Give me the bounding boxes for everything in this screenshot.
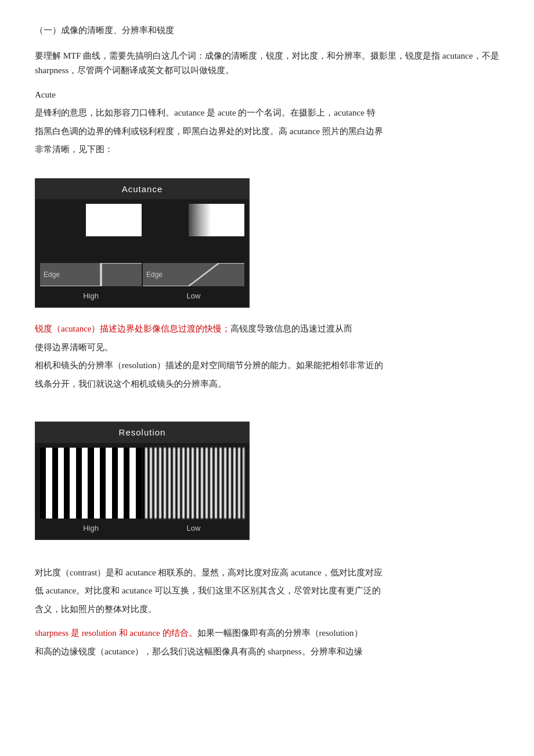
para6-block: sharpness 是 resolution 和 acutance 的结合。如果…: [35, 626, 499, 659]
para6-line2: 和高的边缘锐度（acutance），那么我们说这幅图像具有高的 sharpnes…: [35, 645, 499, 660]
edge-row: Edge Edge: [35, 263, 249, 286]
edge-label-high: Edge: [40, 269, 60, 280]
resolution-panel-low: [143, 448, 244, 519]
acutance-label-low: Low: [143, 290, 244, 303]
para2-line1: Acute: [35, 88, 499, 103]
para6-rest: 如果一幅图像即有高的分辨率（resolution）: [197, 628, 363, 638]
para5: 对比度（contrast）是和 acutance 相联系的。显然，高对比度对应高…: [35, 566, 499, 581]
acutance-diagram: Acutance Edge: [35, 178, 250, 308]
resolution-title: Resolution: [35, 422, 249, 443]
para4: 相机和镜头的分辨率（resolution）描述的是对空间细节分辨的能力。如果能把…: [35, 358, 499, 373]
section-title-block: （一）成像的清晰度、分辨率和锐度: [35, 23, 499, 38]
para4-line2: 线条分开，我们就说这个相机或镜头的分辨率高。: [35, 377, 499, 392]
para2-line3: 指黑白色调的边界的锋利或锐利程度，即黑白边界处的对比度。高 acutance 照…: [35, 124, 499, 139]
resolution-panels: [35, 443, 249, 519]
resolution-labels: High Low: [35, 519, 249, 539]
acutance-panels: [35, 199, 249, 263]
edge-label-low: Edge: [143, 269, 163, 280]
acutance-label-high: High: [40, 290, 142, 303]
acutance-box: Acutance Edge: [35, 178, 250, 308]
resolution-label-high: High: [40, 522, 142, 535]
para1: 要理解 MTF 曲线，需要先搞明白这几个词：成像的清晰度，锐度，对比度，和分辨率…: [35, 49, 499, 78]
para6: sharpness 是 resolution 和 acutance 的结合。如果…: [35, 626, 499, 641]
para5-line2: 低 acutance。对比度和 acutance 可以互换，我们这里不区别其含义…: [35, 584, 499, 599]
white-block-high: [86, 204, 142, 236]
para5-block: 对比度（contrast）是和 acutance 相联系的。显然，高对比度对应高…: [35, 566, 499, 617]
resolution-panel-high: [40, 448, 142, 519]
para2-line4: 非常清晰，见下图：: [35, 142, 499, 157]
para3-rest: 高锐度导致信息的迅速过渡从而: [230, 324, 352, 333]
para3-red: 锐度（acutance）描述边界处影像信息过渡的快慢；: [35, 324, 230, 333]
para3-line2: 使得边界清晰可见。: [35, 340, 499, 355]
para3-block: 锐度（acutance）描述边界处影像信息过渡的快慢；高锐度导致信息的迅速过渡从…: [35, 322, 499, 391]
para2-line2: 是锋利的意思，比如形容刀口锋利。acutance 是 acute 的一个名词。在…: [35, 106, 499, 121]
stripes-high: [40, 448, 142, 519]
para5-line3: 含义，比如照片的整体对比度。: [35, 602, 499, 617]
para3: 锐度（acutance）描述边界处影像信息过渡的快慢；高锐度导致信息的迅速过渡从…: [35, 322, 499, 337]
acutance-title: Acutance: [35, 179, 249, 200]
para6-red: sharpness 是 resolution 和 acutance 的结合。: [35, 628, 197, 638]
resolution-label-low: Low: [143, 522, 244, 535]
para1-block: 要理解 MTF 曲线，需要先搞明白这几个词：成像的清晰度，锐度，对比度，和分辨率…: [35, 49, 499, 78]
para2-block: Acute 是锋利的意思，比如形容刀口锋利。acutance 是 acute 的…: [35, 88, 499, 157]
section-title: （一）成像的清晰度、分辨率和锐度: [35, 23, 499, 38]
white-block-low: [189, 204, 244, 236]
page-content: （一）成像的清晰度、分辨率和锐度 要理解 MTF 曲线，需要先搞明白这几个词：成…: [35, 23, 499, 659]
acutance-panel-low: [143, 204, 244, 263]
edge-panel-high: Edge: [40, 263, 142, 286]
acutance-labels: High Low: [35, 286, 249, 307]
resolution-diagram: Resolution: [35, 412, 250, 552]
resolution-box: Resolution: [35, 422, 250, 540]
edge-panel-low: Edge: [143, 263, 244, 286]
acutance-panel-high: [40, 204, 142, 263]
